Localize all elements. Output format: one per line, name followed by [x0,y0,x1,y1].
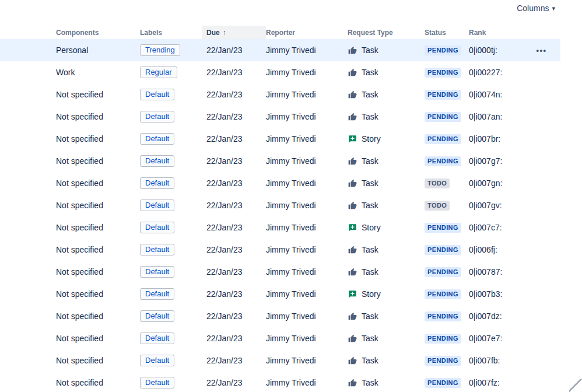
status-cell: PENDING [425,289,469,299]
request-type-label: Task [362,378,378,387]
label-chip[interactable]: Default [140,355,174,366]
due-cell: 22/Jan/23 [206,134,266,144]
column-header-request-type[interactable]: Request Type [348,26,425,39]
components-cell: Not specified [56,134,140,144]
status-cell: PENDING [425,222,469,233]
table-row[interactable]: Work Regular 22/Jan/23 Jimmy Trivedi Tas… [0,61,560,83]
label-chip[interactable]: Default [140,332,174,344]
request-type-label: Task [362,245,378,254]
column-header-labels[interactable]: Labels [140,26,206,39]
more-actions-button[interactable]: ••• [535,44,548,57]
components-cell: Not specified [56,289,140,299]
label-chip[interactable]: Default [140,377,174,388]
table-row[interactable]: Not specified Default 22/Jan/23 Jimmy Tr… [0,283,560,305]
table-row[interactable]: Not specified Default 22/Jan/23 Jimmy Tr… [0,372,560,392]
due-header-label: Due [206,29,220,37]
request-type-cell: Task [348,178,425,188]
table-row[interactable]: Not specified Default 22/Jan/23 Jimmy Tr… [0,128,560,150]
components-cell: Not specified [56,223,140,232]
chevron-down-icon: ▾ [552,5,555,12]
rank-cell: 0|i007gv: [469,201,527,210]
label-chip[interactable]: Default [140,177,174,189]
column-header-due[interactable]: Due ↑ [202,26,266,39]
reporter-cell: Jimmy Trivedi [266,201,348,210]
request-type-cell: Story [348,223,425,232]
column-header-rank[interactable]: Rank [469,26,527,39]
table-row[interactable]: Not specified Default 22/Jan/23 Jimmy Tr… [0,106,560,128]
label-chip[interactable]: Default [140,244,174,256]
column-header-status[interactable]: Status [425,26,469,39]
status-badge: PENDING [425,112,461,122]
request-type-label: Task [362,46,378,55]
table-row[interactable]: Not specified Default 22/Jan/23 Jimmy Tr… [0,150,560,172]
label-chip[interactable]: Default [140,266,174,278]
table-row[interactable]: Not specified Default 22/Jan/23 Jimmy Tr… [0,172,560,194]
table-row[interactable]: Not specified Default 22/Jan/23 Jimmy Tr… [0,83,560,106]
request-type-cell: Task [348,201,425,210]
label-chip[interactable]: Default [140,288,174,300]
rank-cell: 0|i007dz: [469,312,527,321]
labels-cell: Default [140,155,206,167]
resize-corner-handle[interactable] [569,379,582,392]
due-cell: 22/Jan/23 [206,68,266,77]
request-type-label: Task [362,90,378,99]
columns-button[interactable]: Columns ▾ [513,1,559,15]
status-badge: PENDING [425,245,461,255]
table-row[interactable]: Not specified Default 22/Jan/23 Jimmy Tr… [0,349,560,372]
request-type-cell: Task [348,378,425,387]
thumbs-up-icon [348,46,357,55]
reporter-cell: Jimmy Trivedi [266,245,348,254]
due-cell: 22/Jan/23 [206,289,266,299]
table-row[interactable]: Not specified Default 22/Jan/23 Jimmy Tr… [0,305,560,327]
rank-cell: 0|i007c7: [469,223,527,232]
column-header-reporter[interactable]: Reporter [266,26,348,39]
column-header-components[interactable]: Components [56,26,140,39]
components-cell: Not specified [56,334,140,343]
table-row[interactable]: Personal Trending 22/Jan/23 Jimmy Trived… [0,39,560,61]
status-cell: PENDING [425,111,469,122]
request-type-label: Task [362,267,378,276]
label-chip[interactable]: Default [140,310,174,322]
status-badge: PENDING [425,289,461,299]
labels-cell: Regular [140,66,206,78]
components-cell: Not specified [56,356,140,365]
label-chip[interactable]: Default [140,133,174,145]
label-chip[interactable]: Default [140,155,174,167]
thumbs-up-icon [348,378,357,387]
label-chip[interactable]: Regular [140,66,177,78]
request-type-cell: Task [348,112,425,121]
table-row[interactable]: Not specified Default 22/Jan/23 Jimmy Tr… [0,261,560,283]
table-row[interactable]: Not specified Default 22/Jan/23 Jimmy Tr… [0,327,560,349]
thumbs-up-icon [348,312,357,321]
header-actions-spacer [527,26,560,39]
table-body: Personal Trending 22/Jan/23 Jimmy Trived… [0,39,560,392]
components-cell: Personal [56,46,140,55]
table-row[interactable]: Not specified Default 22/Jan/23 Jimmy Tr… [0,239,560,261]
components-cell: Not specified [56,312,140,321]
speech-bubble-icon [348,289,357,299]
label-chip[interactable]: Default [140,89,174,100]
reporter-cell: Jimmy Trivedi [266,178,348,188]
labels-cell: Default [140,332,206,344]
label-chip[interactable]: Trending [140,44,180,56]
table-header-row: Components Labels Due ↑ Reporter Request… [0,26,560,39]
status-badge: TODO [425,178,450,188]
status-badge: TODO [425,201,450,211]
label-chip[interactable]: Default [140,200,174,211]
due-cell: 22/Jan/23 [206,334,266,343]
status-cell: TODO [425,178,469,188]
status-badge: PENDING [425,356,461,366]
actions-cell: ••• [527,44,560,57]
label-chip[interactable]: Default [140,222,174,233]
due-cell: 22/Jan/23 [206,223,266,232]
request-type-label: Task [362,356,378,365]
components-cell: Not specified [56,178,140,188]
rank-cell: 0|i007g7: [469,156,527,166]
label-chip[interactable]: Default [140,111,174,123]
status-cell: PENDING [425,333,469,344]
components-cell: Not specified [56,378,140,387]
thumbs-up-icon [348,178,357,188]
reporter-cell: Jimmy Trivedi [266,356,348,365]
table-row[interactable]: Not specified Default 22/Jan/23 Jimmy Tr… [0,194,560,216]
table-row[interactable]: Not specified Default 22/Jan/23 Jimmy Tr… [0,216,560,239]
